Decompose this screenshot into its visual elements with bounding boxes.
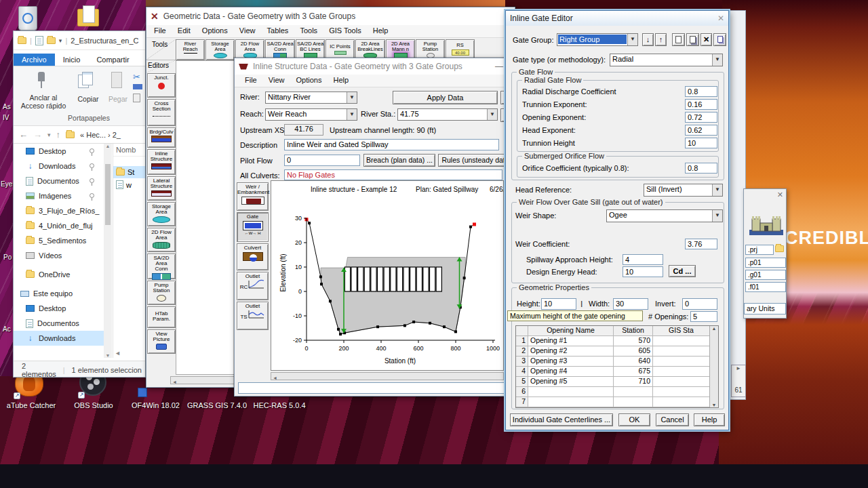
openings-field[interactable]: 5 bbox=[690, 311, 717, 322]
table-row[interactable]: 3 Opening #3 640 bbox=[516, 357, 718, 367]
menu-tools[interactable]: Tools bbox=[295, 25, 322, 36]
new-folder-icon[interactable] bbox=[47, 37, 56, 44]
editor-2d-flow-area[interactable]: 2D Flow Area bbox=[147, 228, 176, 252]
sidebar-item-folder[interactable]: 4_Unión_de_fluj bbox=[14, 218, 104, 233]
sidebar-item-videos[interactable]: Vídeos bbox=[14, 248, 104, 263]
scroll-left-icon[interactable]: ◄ bbox=[171, 380, 177, 384]
tab-inicio[interactable]: Inicio bbox=[55, 54, 89, 66]
editor-storage-area[interactable]: Storage Area bbox=[147, 202, 176, 226]
flow-file-field[interactable]: .f01 bbox=[745, 282, 786, 292]
sidebar-item-downloads-selected[interactable]: ↓Downloads bbox=[14, 331, 104, 346]
pilot-flow-field[interactable]: 0 bbox=[284, 155, 360, 166]
toolbar-storage-area[interactable]: Storage Area bbox=[205, 39, 235, 60]
help-button[interactable]: Help bbox=[694, 413, 725, 426]
chevron-down-icon[interactable]: ▼ bbox=[712, 210, 722, 222]
scroll-down-icon[interactable]: ▼ bbox=[710, 403, 718, 407]
copy-icon[interactable] bbox=[78, 72, 96, 91]
chevron-down-icon[interactable]: ▼ bbox=[347, 109, 357, 120]
sidebar-item-desktop2[interactable]: Desktop bbox=[14, 301, 104, 316]
head-exponent-field[interactable]: 0.62 bbox=[685, 125, 717, 136]
new-gate-group-button[interactable] bbox=[672, 33, 685, 46]
trunnion-height-field[interactable]: 10 bbox=[685, 138, 717, 148]
cd-button[interactable]: Cd ... bbox=[669, 265, 696, 277]
editor-view-picture[interactable]: View Picture bbox=[147, 329, 176, 354]
editor-junction[interactable]: Junct. bbox=[147, 73, 176, 98]
desktop-folder-icon[interactable] bbox=[76, 3, 102, 32]
recycle-bin-icon[interactable] bbox=[16, 3, 39, 32]
spillway-approach-field[interactable]: 4 bbox=[623, 254, 663, 265]
editor-lateral-structure[interactable]: Lateral Structure bbox=[147, 176, 176, 201]
invert-field[interactable]: 0 bbox=[682, 298, 717, 310]
sidebar-scrollbar[interactable]: ▲ ▼ bbox=[104, 144, 112, 358]
plan-file-field[interactable]: .p01 bbox=[745, 258, 786, 268]
menu-view[interactable]: View bbox=[264, 75, 290, 85]
geometric-titlebar[interactable]: ✕ Geometric Data - Gate Geometry with 3 … bbox=[146, 7, 515, 25]
gate-type-select[interactable]: Radial▼ bbox=[610, 54, 723, 66]
editor-pump-station[interactable]: Pump Station bbox=[147, 281, 176, 305]
table-row[interactable]: 5 Opening #5 710 bbox=[516, 377, 718, 387]
editor-cross-section[interactable]: Cross Section bbox=[147, 99, 176, 126]
ok-button[interactable]: OK bbox=[618, 413, 650, 426]
copy-label[interactable]: Copiar bbox=[73, 95, 103, 103]
chevron-down-icon[interactable]: ▼ bbox=[627, 34, 637, 45]
weir-coefficient-field[interactable]: 3.76 bbox=[685, 239, 717, 249]
description-field[interactable]: Inline Weir and Gated Spillway bbox=[284, 139, 499, 150]
sidebar-item-este-equipo[interactable]: Este equipo bbox=[14, 286, 104, 301]
hscroll-left-icon[interactable]: ◄ bbox=[115, 350, 121, 357]
table-row[interactable]: 7 bbox=[516, 397, 718, 407]
menu-file[interactable]: File bbox=[240, 75, 262, 85]
plot-hscrollbar[interactable]: ◄ bbox=[271, 372, 504, 380]
geometric-hscrollbar[interactable]: ◄ bbox=[170, 376, 238, 384]
file-item-folder[interactable]: St bbox=[113, 166, 146, 178]
scroll-right-icon[interactable]: ► bbox=[732, 365, 745, 371]
gate-editor-titlebar[interactable]: Inline Gate Editor ✕ bbox=[506, 11, 728, 26]
table-row[interactable]: 1 Opening #1 570 bbox=[516, 336, 718, 346]
trunnion-exponent-field[interactable]: 0.16 bbox=[685, 99, 717, 110]
apply-data-button[interactable]: Apply Data bbox=[393, 91, 498, 104]
recent-locations-chevron-icon[interactable]: ▾ bbox=[47, 131, 51, 138]
height-field[interactable]: 10 bbox=[541, 298, 576, 310]
properties-check-icon[interactable] bbox=[35, 36, 43, 45]
scroll-left-icon[interactable]: ◄ bbox=[271, 375, 277, 380]
editor-htab-param[interactable]: HTab Param. bbox=[147, 306, 176, 328]
breach-button[interactable]: Breach (plan data) ... bbox=[363, 154, 435, 167]
sidebar-item-documentos[interactable]: Documentos bbox=[14, 174, 104, 188]
scroll-down-icon[interactable]: ▼ bbox=[104, 353, 112, 358]
editor-sa2d-conn[interactable]: SA/2D Area Conn bbox=[147, 253, 176, 279]
scroll-up-icon[interactable]: ▲ bbox=[104, 144, 112, 148]
table-row[interactable]: 4 Opening #4 675 bbox=[516, 367, 718, 377]
outlet-rc-button[interactable]: Outlet RC bbox=[237, 272, 269, 300]
of4win-icon[interactable] bbox=[138, 388, 147, 397]
orifice-coefficient-field[interactable]: 0.8 bbox=[685, 163, 717, 174]
rename-gate-group-button[interactable] bbox=[686, 33, 699, 46]
sidebar-item-desktop[interactable]: Desktop bbox=[14, 144, 104, 159]
menu-help[interactable]: Help bbox=[368, 25, 393, 36]
opening-exponent-field[interactable]: 0.72 bbox=[685, 112, 717, 123]
geometry-file-field[interactable]: .g01 bbox=[745, 270, 786, 280]
sidebar-item-documentos2[interactable]: Documentos bbox=[14, 316, 104, 331]
gate-button-selected[interactable]: Gate←W→ H bbox=[237, 212, 269, 242]
editor-bridge-culvert[interactable]: Brdg/Culv bbox=[147, 127, 176, 148]
river-sta-select[interactable]: 41.75▼ bbox=[397, 108, 498, 121]
breadcrumb[interactable]: « Hec... › 2_ bbox=[80, 131, 121, 139]
col-header-gis-sta[interactable]: GIS Sta bbox=[653, 326, 710, 336]
toolbar-river-reach[interactable]: River Reach bbox=[176, 39, 205, 60]
sidebar-item-onedrive[interactable]: OneDrive bbox=[14, 267, 104, 282]
tab-compartir[interactable]: Compartir bbox=[88, 54, 137, 66]
reach-select[interactable]: Weir Reach▼ bbox=[265, 108, 357, 121]
move-icon[interactable] bbox=[133, 84, 142, 89]
weir-embankment-button[interactable]: Weir / Embankment bbox=[237, 182, 269, 211]
scroll-up-icon[interactable]: ▲ bbox=[710, 326, 718, 331]
project-file-field[interactable]: .prj bbox=[745, 245, 774, 255]
forward-button[interactable]: → bbox=[33, 129, 42, 140]
copy-gate-group-button[interactable] bbox=[713, 33, 726, 46]
close-icon[interactable]: ✕ bbox=[717, 14, 724, 23]
quick-access-folder-icon[interactable] bbox=[18, 37, 26, 44]
weir-shape-select[interactable]: Ogee▼ bbox=[606, 209, 723, 222]
outlet-ts-button[interactable]: Outlet TS bbox=[237, 302, 269, 330]
cancel-button[interactable]: Cancel bbox=[656, 413, 689, 426]
table-scrollbar[interactable]: ▲ ▼ bbox=[709, 326, 718, 407]
gate-group-up-button[interactable]: ↑ bbox=[655, 33, 667, 46]
open-folder-button[interactable] bbox=[775, 243, 786, 254]
culvert-button[interactable]: Culvert bbox=[237, 243, 269, 270]
